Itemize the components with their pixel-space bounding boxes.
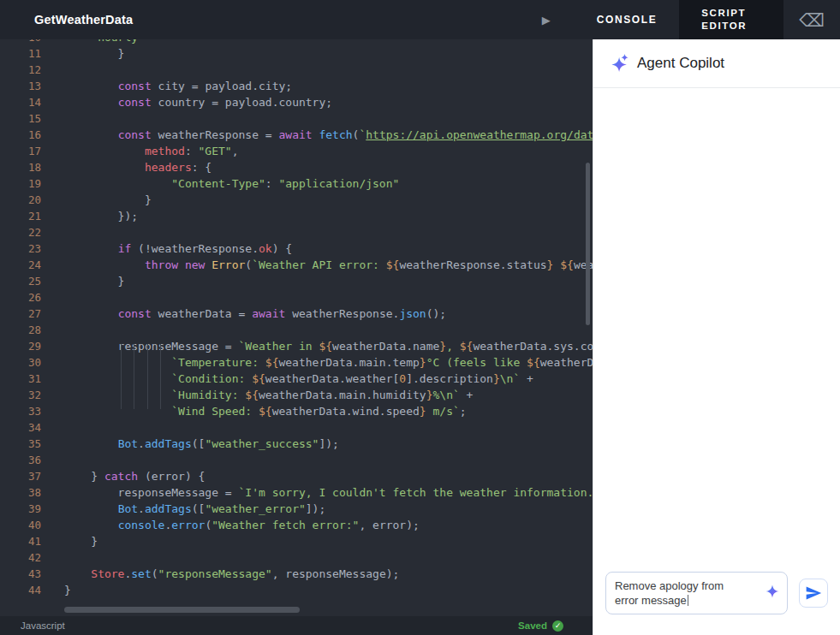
code-line: 39 Bot.addTags(["weather_error"]);: [0, 501, 593, 517]
line-number: 10: [0, 39, 41, 45]
code-line: 23 if (!weatherResponse.ok) {: [0, 240, 593, 257]
line-number: 25: [0, 273, 41, 289]
code-text: `Wind Speed: ${weatherData.wind.speed} m…: [41, 403, 467, 419]
prompt-text: Remove apology from error message: [615, 579, 735, 608]
indent-guide: [134, 344, 134, 409]
code-line: 24 throw new Error(`Weather API error: $…: [0, 257, 593, 273]
code-text: }: [41, 45, 124, 62]
code-text: const weatherResponse = await fetch(`htt…: [41, 127, 593, 143]
line-number: 23: [0, 240, 41, 257]
code-line: 25 }: [0, 273, 593, 289]
text-caret: [688, 595, 689, 606]
code-text: headers: {: [41, 159, 211, 175]
line-number: 28: [0, 322, 41, 338]
code-line: 35 Bot.addTags(["weather_success"]);: [0, 436, 593, 452]
horizontal-scrollbar[interactable]: [64, 607, 300, 613]
code-text: [41, 289, 64, 306]
code-line: 10 "hourly": [0, 39, 593, 45]
code-line: 18 headers: {: [0, 159, 593, 175]
play-icon: ▶: [542, 14, 551, 27]
code-text: }: [41, 192, 152, 208]
code-text: console.error("Weather fetch error:", er…: [41, 517, 420, 533]
copilot-prompt-input[interactable]: Remove apology from error message: [605, 572, 788, 614]
main-area: 10 "hourly"11 }1213 const city = payload…: [0, 39, 840, 635]
save-status-label: Saved: [518, 620, 547, 631]
line-number: 39: [0, 501, 41, 517]
copilot-sparkle-icon: [611, 54, 629, 73]
top-bar: GetWeatherData ▶ CONSOLE SCRIPT EDITOR ⌫: [0, 0, 840, 39]
code-text: `Humidity: ${weatherData.main.humidity}%…: [41, 387, 473, 403]
code-editor[interactable]: 10 "hourly"11 }1213 const city = payload…: [0, 39, 593, 635]
code-text: }: [41, 273, 124, 289]
code-text: } catch (error) {: [41, 468, 205, 484]
line-number: 34: [0, 419, 41, 436]
code-line: 12: [0, 62, 593, 78]
line-number: 42: [0, 549, 41, 566]
code-line: 19 "Content-Type": "application/json": [0, 175, 593, 192]
indent-guide: [121, 344, 122, 409]
line-number: 13: [0, 78, 41, 94]
line-number: 21: [0, 208, 41, 224]
line-number: 32: [0, 387, 41, 403]
code-line: 28: [0, 322, 593, 338]
code-text: const weatherData = await weatherRespons…: [41, 306, 446, 322]
line-number: 41: [0, 533, 41, 549]
saved-check-icon: ✓: [552, 620, 563, 632]
code-line: 31 `Condition: ${weatherData.weather[0].…: [0, 371, 593, 387]
code-text: Store.set("responseMessage", responseMes…: [41, 566, 399, 582]
code-text: `Temperature: ${weatherData.main.temp}°C…: [41, 354, 593, 371]
code-line: 42: [0, 549, 593, 566]
code-text: `Condition: ${weatherData.weather[0].des…: [41, 371, 533, 387]
line-number: 18: [0, 159, 41, 175]
code-line: 21 });: [0, 208, 593, 224]
line-number: 33: [0, 403, 41, 419]
code-line: 11 }: [0, 45, 593, 62]
line-number: 31: [0, 371, 41, 387]
code-line: 40 console.error("Weather fetch error:",…: [0, 517, 593, 533]
line-number: 27: [0, 306, 41, 322]
run-script-button[interactable]: ▶: [539, 10, 554, 30]
line-number: 17: [0, 143, 41, 159]
line-number: 15: [0, 110, 41, 127]
copilot-title: Agent Copilot: [637, 55, 724, 72]
line-number: 30: [0, 354, 41, 371]
code-text: [41, 110, 64, 127]
copilot-input-row: Remove apology from error message: [605, 572, 828, 614]
vertical-scrollbar[interactable]: [586, 163, 590, 325]
code-line: 16 const weatherResponse = await fetch(`…: [0, 127, 593, 143]
indent-guide: [160, 344, 161, 409]
line-number: 12: [0, 62, 41, 78]
code-text: if (!weatherResponse.ok) {: [41, 240, 292, 257]
code-text: }: [41, 533, 98, 549]
code-line: 30 `Temperature: ${weatherData.main.temp…: [0, 354, 593, 371]
code-text: "hourly": [41, 39, 145, 45]
line-number: 37: [0, 468, 41, 484]
tab-console[interactable]: CONSOLE: [595, 9, 659, 31]
line-number: 29: [0, 338, 41, 354]
code-line: 32 `Humidity: ${weatherData.main.humidit…: [0, 387, 593, 403]
line-number: 11: [0, 45, 41, 62]
agent-copilot-panel: Agent Copilot Remove apology from error …: [593, 39, 840, 635]
code-line: 15: [0, 110, 593, 127]
code-line: 44}: [0, 582, 593, 598]
code-editor-lines: 10 "hourly"11 }1213 const city = payload…: [0, 39, 593, 598]
code-line: 27 const weatherData = await weatherResp…: [0, 306, 593, 322]
code-text: [41, 419, 64, 436]
code-line: 37 } catch (error) {: [0, 468, 593, 484]
code-text: const country = payload.country;: [41, 94, 332, 110]
send-button[interactable]: [799, 579, 828, 608]
close-button[interactable]: ⌫: [797, 9, 826, 31]
copilot-conversation-area: [593, 89, 840, 558]
code-text: const city = payload.city;: [41, 78, 292, 94]
line-number: 43: [0, 566, 41, 582]
code-line: 43 Store.set("responseMessage", response…: [0, 566, 593, 582]
line-number: 19: [0, 175, 41, 192]
line-number: 36: [0, 452, 41, 468]
code-line: 36: [0, 452, 593, 468]
code-text: Bot.addTags(["weather_success"]);: [41, 436, 339, 452]
line-number: 35: [0, 436, 41, 452]
code-line: 34: [0, 419, 593, 436]
tab-script-editor[interactable]: SCRIPT EDITOR: [679, 0, 783, 39]
line-number: 40: [0, 517, 41, 533]
code-text: }: [41, 582, 71, 598]
